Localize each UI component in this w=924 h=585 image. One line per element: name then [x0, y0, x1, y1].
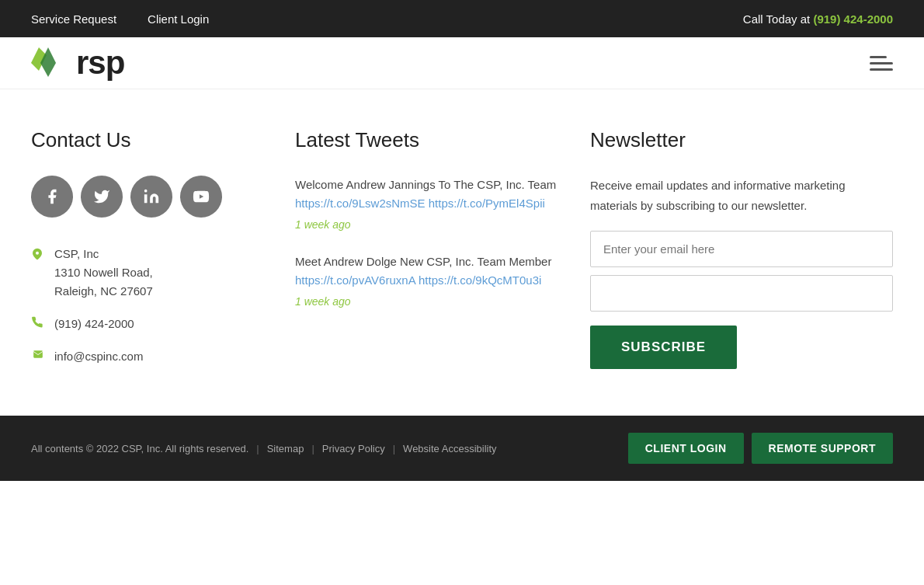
tweet-2-link2[interactable]: https://t.co/9kQcMT0u3i [419, 273, 541, 287]
phone-icon [31, 316, 45, 330]
name-input[interactable] [590, 275, 893, 312]
email-text[interactable]: info@cspinc.com [54, 347, 143, 366]
tweet-1-link2[interactable]: https://t.co/PymEl4Spii [429, 197, 545, 210]
email-icon [31, 349, 45, 363]
footer: All contents © 2022 CSP, Inc. All rights… [0, 416, 924, 481]
facebook-icon[interactable] [31, 176, 73, 218]
twitter-icon[interactable] [81, 176, 123, 218]
tweet-2-time: 1 week ago [295, 293, 567, 310]
contact-info: CSP, Inc 1310 Nowell Road, Raleigh, NC 2… [31, 245, 272, 366]
top-bar-nav: Service Request Client Login [31, 12, 209, 26]
email-item: info@cspinc.com [31, 347, 272, 366]
top-bar-phone: Call Today at (919) 424-2000 [743, 12, 893, 26]
footer-privacy-link[interactable]: Privacy Policy [322, 443, 385, 454]
tweet-1-time: 1 week ago [295, 216, 567, 233]
location-icon [31, 246, 45, 260]
tweets-title: Latest Tweets [295, 128, 567, 152]
top-bar: Service Request Client Login Call Today … [0, 0, 924, 37]
footer-client-login-button[interactable]: CLIENT LOGIN [628, 433, 744, 464]
footer-right: CLIENT LOGIN REMOTE SUPPORT [628, 433, 893, 464]
call-today-text: Call Today at [743, 12, 814, 26]
email-input[interactable] [590, 231, 893, 267]
hamburger-line-3 [870, 68, 893, 71]
youtube-icon[interactable] [180, 176, 222, 218]
tweet-1: Welcome Andrew Jannings To The CSP, Inc.… [295, 176, 567, 233]
tweet-1-text: Welcome Andrew Jannings To The CSP, Inc.… [295, 178, 556, 191]
tweet-1-link1[interactable]: https://t.co/9Lsw2sNmSE [295, 197, 426, 210]
subscribe-button[interactable]: SUBSCRIBE [590, 326, 737, 369]
logo-text: rsp [76, 47, 124, 79]
tweet-2-link1[interactable]: https://t.co/pvAV6ruxnA [295, 273, 415, 287]
svg-point-5 [36, 252, 39, 255]
main-content: Contact Us CSP, Inc 1310 No [0, 89, 924, 416]
footer-copyright: All contents © 2022 CSP, Inc. All rights… [31, 443, 248, 454]
phone-number[interactable]: (919) 424-2000 [813, 12, 893, 26]
address-text: CSP, Inc 1310 Nowell Road, Raleigh, NC 2… [54, 245, 153, 301]
linkedin-icon[interactable] [130, 176, 172, 218]
newsletter-description: Receive email updates and informative ma… [590, 176, 893, 215]
client-login-link[interactable]: Client Login [148, 12, 209, 26]
hamburger-line-2 [870, 62, 893, 64]
tweet-2: Meet Andrew Dolge New CSP, Inc. Team Mem… [295, 252, 567, 310]
phone-item: (919) 424-2000 [31, 315, 272, 333]
newsletter-title: Newsletter [590, 128, 893, 152]
svg-rect-2 [144, 194, 148, 203]
logo[interactable]: rsp [31, 47, 124, 79]
tweet-2-text: Meet Andrew Dolge New CSP, Inc. Team Mem… [295, 255, 551, 268]
hamburger-menu[interactable] [870, 56, 893, 71]
hamburger-line-1 [870, 56, 887, 58]
svg-point-3 [144, 190, 148, 193]
logo-icon [31, 47, 70, 78]
contact-us-title: Contact Us [31, 128, 272, 152]
address-item: CSP, Inc 1310 Nowell Road, Raleigh, NC 2… [31, 245, 272, 301]
footer-left: All contents © 2022 CSP, Inc. All rights… [31, 443, 497, 454]
footer-accessibility-link[interactable]: Website Accessibility [403, 443, 496, 454]
footer-sitemap-link[interactable]: Sitemap [267, 443, 304, 454]
footer-remote-support-button[interactable]: REMOTE SUPPORT [752, 433, 893, 464]
newsletter-section: Newsletter Receive email updates and inf… [590, 128, 893, 369]
phone-text[interactable]: (919) 424-2000 [54, 315, 134, 333]
service-request-link[interactable]: Service Request [31, 12, 116, 26]
header: rsp [0, 37, 924, 89]
latest-tweets-section: Latest Tweets Welcome Andrew Jannings To… [295, 128, 590, 369]
contact-us-section: Contact Us CSP, Inc 1310 No [31, 128, 295, 369]
social-icons [31, 176, 272, 218]
